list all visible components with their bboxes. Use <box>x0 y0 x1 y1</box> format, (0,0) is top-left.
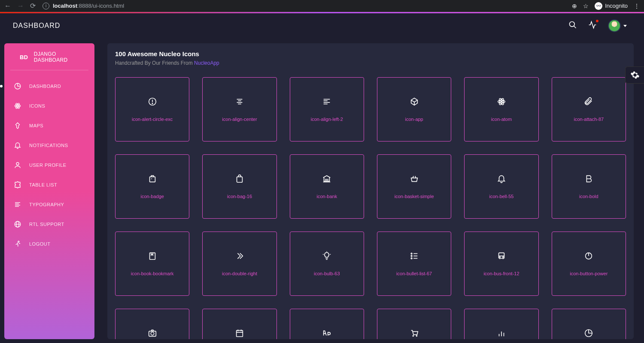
icon-tile-icon-chart-pie-36[interactable]: icon-chart-pie-36 <box>552 309 626 339</box>
icon-tile-icon-bullet-list-67[interactable]: icon-bullet-list-67 <box>377 232 451 296</box>
icon-label: icon-bank <box>316 194 337 199</box>
sidebar-item-label: RTL SUPPORT <box>29 222 64 227</box>
sidebar-item-label: TABLE LIST <box>29 182 57 187</box>
icon-tile-icon-bulb-63[interactable]: icon-bulb-63 <box>290 232 364 296</box>
sidebar-item-logout[interactable]: LOGOUT <box>4 234 94 254</box>
sidebar-item-label: LOGOUT <box>29 241 50 247</box>
app-icon <box>410 97 419 106</box>
sidebar-item-typography[interactable]: TYPOGRAPHY <box>4 195 94 214</box>
icon-tile-icon-calendar-60[interactable]: icon-calendar-60 <box>202 309 276 339</box>
settings-button[interactable] <box>625 66 644 84</box>
align-icon <box>14 201 21 208</box>
icon-label: icon-double-right <box>222 271 257 276</box>
sidebar-brand[interactable]: BD DJANGO DASHBOARD <box>10 51 88 70</box>
kebab-icon[interactable]: ⋮ <box>634 3 640 9</box>
sidebar-item-notifications[interactable]: NOTIFICATIONS <box>4 135 94 155</box>
svg-line-1 <box>574 26 576 28</box>
pie-icon <box>14 82 21 90</box>
bank-icon <box>322 174 331 184</box>
globe-icon <box>14 220 21 228</box>
run-icon <box>14 240 21 248</box>
icon-label: icon-app <box>405 117 423 122</box>
icon-tile-icon-align-left-2[interactable]: icon-align-left-2 <box>290 77 364 141</box>
icon-tile-icon-bell-55[interactable]: icon-bell-55 <box>464 154 538 219</box>
icon-tile-icon-chart-bar-32[interactable]: icon-chart-bar-32 <box>464 309 538 339</box>
pin-icon <box>14 122 21 129</box>
sidebar-item-label: DASHBOARD <box>29 84 61 89</box>
icon-tile-icon-app[interactable]: icon-app <box>377 77 451 141</box>
icon-tile-icon-basket-simple[interactable]: icon-basket-simple <box>377 154 451 219</box>
zoom-icon[interactable]: ⊕ <box>572 3 577 9</box>
nucleo-link[interactable]: NucleoApp <box>194 60 219 66</box>
sidebar-item-maps[interactable]: MAPS <box>4 116 94 135</box>
list-icon <box>410 251 419 261</box>
icon-label: icon-bag-16 <box>227 194 252 199</box>
icon-tile-icon-camera-18[interactable]: icon-camera-18 <box>115 309 189 339</box>
main: 100 Awesome Nucleo Icons Handcrafted By … <box>94 13 644 343</box>
bell-icon <box>497 174 506 184</box>
user-menu[interactable] <box>608 19 627 32</box>
icon-label: icon-align-center <box>222 117 257 122</box>
bag-icon <box>235 174 244 184</box>
atom-icon <box>497 97 506 106</box>
camera-icon <box>148 328 157 338</box>
avatar <box>608 19 621 32</box>
atom-icon <box>14 102 21 110</box>
icon-label: icon-basket-simple <box>395 194 434 199</box>
icons-card: 100 Awesome Nucleo Icons Handcrafted By … <box>107 43 634 339</box>
icon-tile-icon-cart[interactable]: icon-cart <box>377 309 451 339</box>
icon-label: icon-bold <box>579 194 598 199</box>
bell-icon <box>14 141 21 149</box>
sidebar-item-user-profile[interactable]: USER PROFILE <box>4 155 94 175</box>
card-subtitle: Handcrafted By Our Friends From NucleoAp… <box>115 60 626 66</box>
sidebar-item-rtl-support[interactable]: RTL SUPPORT <box>4 214 94 234</box>
calendar-icon <box>235 328 244 338</box>
sidebar-item-table-list[interactable]: TABLE LIST <box>4 175 94 195</box>
topbar: DASHBOARD <box>0 13 644 38</box>
sidebar-item-dashboard[interactable]: DASHBOARD <box>4 76 94 96</box>
icon-tile-icon-attach-87[interactable]: icon-attach-87 <box>552 77 626 141</box>
info-icon[interactable]: i <box>43 3 49 9</box>
sidebar-item-label: MAPS <box>29 123 43 128</box>
star-icon[interactable]: ☆ <box>583 3 589 9</box>
icon-tile-icon-bus-front-12[interactable]: icon-bus-front-12 <box>464 232 538 296</box>
icon-tile-icon-bag-16[interactable]: icon-bag-16 <box>202 154 276 219</box>
icon-tile-icon-double-right[interactable]: icon-double-right <box>202 232 276 296</box>
icon-label: icon-button-power <box>570 271 608 276</box>
badge-icon <box>148 174 157 184</box>
icon-label: icon-bell-55 <box>489 194 514 199</box>
align-left-icon <box>322 97 331 106</box>
search-icon[interactable] <box>568 21 577 31</box>
basket-icon <box>410 174 419 184</box>
attach-icon <box>584 97 593 106</box>
icon-label: icon-align-left-2 <box>311 117 343 122</box>
icon-tile-icon-caps-small[interactable]: icon-caps-small <box>290 309 364 339</box>
align-center-icon <box>235 97 244 106</box>
icon-tile-icon-bold[interactable]: icon-bold <box>552 154 626 219</box>
pie-icon <box>584 328 593 338</box>
gear-icon <box>630 70 640 80</box>
icon-tile-icon-alert-circle-exc[interactable]: icon-alert-circle-exc <box>115 77 189 141</box>
back-icon[interactable]: ← <box>4 2 11 10</box>
power-icon <box>584 251 593 261</box>
activity-icon[interactable] <box>588 21 597 31</box>
caps-icon <box>322 328 331 338</box>
reload-icon[interactable]: ⟳ <box>30 2 36 10</box>
sidebar-item-icons[interactable]: ICONS <box>4 96 94 116</box>
icon-tile-icon-badge[interactable]: icon-badge <box>115 154 189 219</box>
forward-icon[interactable]: → <box>17 2 24 10</box>
icon-label: icon-book-bookmark <box>131 271 174 276</box>
user-icon <box>14 161 21 169</box>
omnibox[interactable]: i localhost:8888/ui-icons.html <box>43 3 565 9</box>
book-icon <box>148 251 157 261</box>
icon-tile-icon-button-power[interactable]: icon-button-power <box>552 232 626 296</box>
browser-chrome: ← → ⟳ i localhost:8888/ui-icons.html ⊕ ☆… <box>0 0 644 12</box>
incognito-badge: 👓Incognito <box>595 2 628 10</box>
icon-tile-icon-atom[interactable]: icon-atom <box>464 77 538 141</box>
icon-tile-icon-bank[interactable]: icon-bank <box>290 154 364 219</box>
page-title: DASHBOARD <box>13 22 60 30</box>
alert-icon <box>148 97 157 106</box>
icon-label: icon-bulb-63 <box>314 271 340 276</box>
icon-tile-icon-align-center[interactable]: icon-align-center <box>202 77 276 141</box>
icon-tile-icon-book-bookmark[interactable]: icon-book-bookmark <box>115 232 189 296</box>
